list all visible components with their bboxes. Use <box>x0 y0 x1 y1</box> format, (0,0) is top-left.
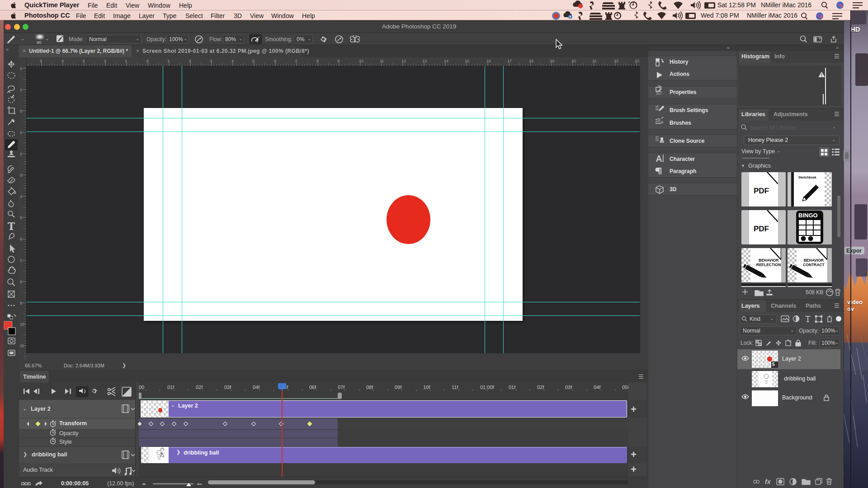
svg-text:fx: fx <box>765 478 771 485</box>
